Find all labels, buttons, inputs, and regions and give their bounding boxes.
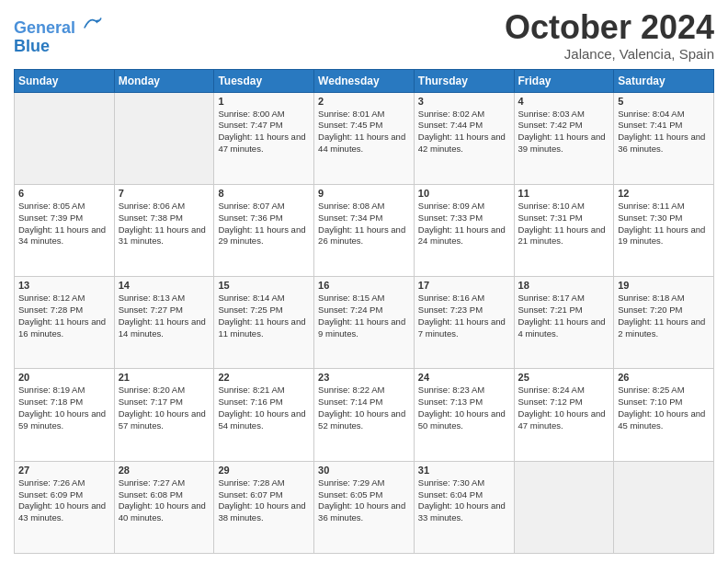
calendar-cell: 11Sunrise: 8:10 AM Sunset: 7:31 PM Dayli… [514,184,614,276]
day-info: Sunrise: 7:30 AM Sunset: 6:04 PM Dayligh… [418,477,510,524]
logo-bird-icon [82,13,102,33]
day-info: Sunrise: 7:29 AM Sunset: 6:05 PM Dayligh… [318,477,410,524]
calendar-body: 1Sunrise: 8:00 AM Sunset: 7:47 PM Daylig… [15,92,714,553]
day-info: Sunrise: 8:09 AM Sunset: 7:33 PM Dayligh… [418,201,510,247]
day-number: 18 [518,280,610,291]
calendar-cell [514,461,614,553]
calendar-cell: 22Sunrise: 8:21 AM Sunset: 7:16 PM Dayli… [214,369,314,461]
title-block: October 2024 Jalance, Valencia, Spain [505,9,714,62]
day-number: 13 [18,280,110,291]
calendar-week-3: 13Sunrise: 8:12 AM Sunset: 7:28 PM Dayli… [15,277,714,369]
calendar-cell: 10Sunrise: 8:09 AM Sunset: 7:33 PM Dayli… [414,184,514,276]
calendar-cell: 29Sunrise: 7:28 AM Sunset: 6:07 PM Dayli… [214,461,314,553]
day-info: Sunrise: 8:03 AM Sunset: 7:42 PM Dayligh… [518,109,610,155]
day-info: Sunrise: 8:21 AM Sunset: 7:16 PM Dayligh… [218,385,310,431]
calendar-cell: 12Sunrise: 8:11 AM Sunset: 7:30 PM Dayli… [614,184,714,276]
calendar-cell: 16Sunrise: 8:15 AM Sunset: 7:24 PM Dayli… [314,277,415,369]
day-info: Sunrise: 7:27 AM Sunset: 6:08 PM Dayligh… [119,477,210,524]
day-info: Sunrise: 7:28 AM Sunset: 6:07 PM Dayligh… [218,477,310,524]
day-info: Sunrise: 8:12 AM Sunset: 7:28 PM Dayligh… [18,293,110,339]
day-info: Sunrise: 8:07 AM Sunset: 7:36 PM Dayligh… [218,201,310,247]
day-info: Sunrise: 8:23 AM Sunset: 7:13 PM Dayligh… [418,385,510,431]
day-number: 4 [518,96,610,107]
day-info: Sunrise: 8:01 AM Sunset: 7:45 PM Dayligh… [318,109,410,155]
day-number: 30 [318,465,410,476]
day-info: Sunrise: 7:26 AM Sunset: 6:09 PM Dayligh… [18,477,110,524]
day-info: Sunrise: 8:15 AM Sunset: 7:24 PM Dayligh… [318,293,410,339]
calendar-cell: 15Sunrise: 8:14 AM Sunset: 7:25 PM Dayli… [214,277,314,369]
day-number: 20 [18,372,110,383]
calendar-cell: 6Sunrise: 8:05 AM Sunset: 7:39 PM Daylig… [15,184,115,276]
day-number: 7 [119,188,210,199]
weekday-header-monday: Monday [114,69,214,92]
day-info: Sunrise: 8:00 AM Sunset: 7:47 PM Dayligh… [218,109,310,155]
day-number: 9 [318,188,410,199]
calendar-week-5: 27Sunrise: 7:26 AM Sunset: 6:09 PM Dayli… [15,461,714,553]
calendar-cell: 31Sunrise: 7:30 AM Sunset: 6:04 PM Dayli… [414,461,514,553]
calendar-cell: 8Sunrise: 8:07 AM Sunset: 7:36 PM Daylig… [214,184,314,276]
day-number: 1 [218,96,310,107]
calendar-week-2: 6Sunrise: 8:05 AM Sunset: 7:39 PM Daylig… [15,184,714,276]
day-info: Sunrise: 8:08 AM Sunset: 7:34 PM Dayligh… [318,201,410,247]
day-number: 15 [218,280,310,291]
day-number: 2 [318,96,410,107]
weekday-header-thursday: Thursday [414,69,514,92]
day-info: Sunrise: 8:11 AM Sunset: 7:30 PM Dayligh… [618,201,710,247]
weekday-header-tuesday: Tuesday [214,69,314,92]
calendar-cell: 21Sunrise: 8:20 AM Sunset: 7:17 PM Dayli… [114,369,214,461]
day-number: 25 [518,372,610,383]
calendar-cell: 23Sunrise: 8:22 AM Sunset: 7:14 PM Dayli… [314,369,415,461]
day-number: 3 [418,96,510,107]
day-info: Sunrise: 8:05 AM Sunset: 7:39 PM Dayligh… [18,201,110,247]
day-info: Sunrise: 8:16 AM Sunset: 7:23 PM Dayligh… [418,293,510,339]
calendar-cell: 26Sunrise: 8:25 AM Sunset: 7:10 PM Dayli… [614,369,714,461]
calendar-cell [614,461,714,553]
calendar-cell [15,92,115,184]
day-number: 26 [618,372,710,383]
day-info: Sunrise: 8:06 AM Sunset: 7:38 PM Dayligh… [119,201,210,247]
day-number: 17 [418,280,510,291]
weekday-header-saturday: Saturday [614,69,714,92]
day-info: Sunrise: 8:24 AM Sunset: 7:12 PM Dayligh… [518,385,610,431]
day-info: Sunrise: 8:25 AM Sunset: 7:10 PM Dayligh… [618,385,710,431]
calendar-cell: 18Sunrise: 8:17 AM Sunset: 7:21 PM Dayli… [514,277,614,369]
day-number: 19 [618,280,710,291]
day-number: 12 [618,188,710,199]
day-number: 23 [318,372,410,383]
day-number: 31 [418,465,510,476]
calendar-week-4: 20Sunrise: 8:19 AM Sunset: 7:18 PM Dayli… [15,369,714,461]
day-number: 21 [119,372,210,383]
weekday-header-wednesday: Wednesday [314,69,415,92]
main-title: October 2024 [505,9,714,46]
calendar: SundayMondayTuesdayWednesdayThursdayFrid… [14,69,714,554]
day-info: Sunrise: 8:19 AM Sunset: 7:18 PM Dayligh… [18,385,110,431]
day-info: Sunrise: 8:02 AM Sunset: 7:44 PM Dayligh… [418,109,510,155]
calendar-header-row: SundayMondayTuesdayWednesdayThursdayFrid… [15,69,714,92]
day-number: 24 [418,372,510,383]
day-number: 14 [119,280,210,291]
day-info: Sunrise: 8:14 AM Sunset: 7:25 PM Dayligh… [218,293,310,339]
calendar-cell: 19Sunrise: 8:18 AM Sunset: 7:20 PM Dayli… [614,277,714,369]
calendar-cell: 2Sunrise: 8:01 AM Sunset: 7:45 PM Daylig… [314,92,415,184]
logo-line2: Blue [14,38,102,56]
day-info: Sunrise: 8:04 AM Sunset: 7:41 PM Dayligh… [618,109,710,155]
logo-line1: General [14,18,75,37]
weekday-header-friday: Friday [514,69,614,92]
day-info: Sunrise: 8:13 AM Sunset: 7:27 PM Dayligh… [119,293,210,339]
day-number: 5 [618,96,710,107]
weekday-header-sunday: Sunday [15,69,115,92]
calendar-cell: 1Sunrise: 8:00 AM Sunset: 7:47 PM Daylig… [214,92,314,184]
day-number: 16 [318,280,410,291]
header: General Blue October 2024 Jalance, Valen… [14,9,714,62]
subtitle: Jalance, Valencia, Spain [505,46,714,62]
calendar-cell: 5Sunrise: 8:04 AM Sunset: 7:41 PM Daylig… [614,92,714,184]
calendar-cell: 14Sunrise: 8:13 AM Sunset: 7:27 PM Dayli… [114,277,214,369]
calendar-cell: 20Sunrise: 8:19 AM Sunset: 7:18 PM Dayli… [15,369,115,461]
day-number: 29 [218,465,310,476]
calendar-cell: 28Sunrise: 7:27 AM Sunset: 6:08 PM Dayli… [114,461,214,553]
calendar-week-1: 1Sunrise: 8:00 AM Sunset: 7:47 PM Daylig… [15,92,714,184]
day-info: Sunrise: 8:20 AM Sunset: 7:17 PM Dayligh… [119,385,210,431]
calendar-cell: 27Sunrise: 7:26 AM Sunset: 6:09 PM Dayli… [15,461,115,553]
calendar-cell: 9Sunrise: 8:08 AM Sunset: 7:34 PM Daylig… [314,184,415,276]
logo: General Blue [14,13,102,56]
